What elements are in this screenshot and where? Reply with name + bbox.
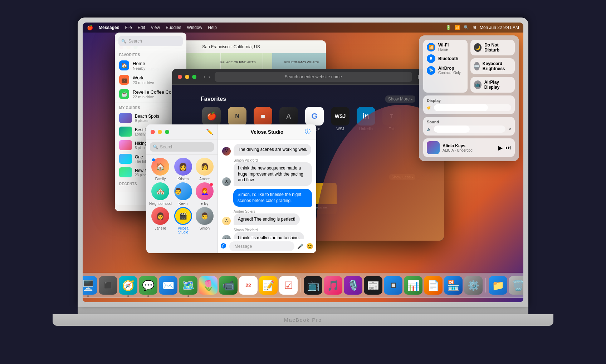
play-button[interactable]: ▶ <box>498 144 503 151</box>
apple-icon[interactable]: 🍎 <box>87 25 93 30</box>
dock-photos[interactable]: 🌷 <box>199 276 218 295</box>
msg-avatar-5: S <box>222 235 231 239</box>
fav-wsj[interactable]: WSJ WSJ <box>329 107 351 135</box>
cc-airdrop-row[interactable]: 📡 AirDrop Contacts Only <box>427 66 464 75</box>
dock-trash[interactable]: 🗑️ <box>509 276 523 295</box>
dock-appstore[interactable]: 🏪 <box>444 276 463 295</box>
music-controls: ▶ ⏭ <box>498 144 511 151</box>
dock-mail[interactable]: ✉️ <box>159 276 177 295</box>
menu-buddies[interactable]: Buddies <box>166 25 181 30</box>
info-button[interactable]: ⓘ <box>305 128 311 136</box>
conv-velosa[interactable]: 🎬 Velosa Studio <box>173 207 193 234</box>
compose-button[interactable]: ✏️ <box>206 128 213 135</box>
conv-kevin-label: Kevin <box>179 202 187 206</box>
dock-podcasts[interactable]: 🎙️ <box>344 276 362 295</box>
show-more-button[interactable]: Show More ▪ <box>385 95 415 103</box>
cc-keyboard-tile[interactable]: ⌨️ Keyboard Brightness <box>470 58 515 74</box>
search-icon[interactable]: 🔍 <box>464 25 469 30</box>
menu-view[interactable]: View <box>151 25 160 30</box>
dock-notes[interactable]: 📝 <box>259 276 278 295</box>
display-slider[interactable] <box>434 104 511 111</box>
control-center: 📶 Wi-Fi Home B Bluetooth 📡 <box>419 35 519 161</box>
messages-sidebar-header: ✏️ <box>146 124 218 139</box>
dock-calendar[interactable]: 22 <box>239 276 258 295</box>
wifi-control-icon: 📶 <box>427 43 435 51</box>
avatar-simon: 👨 <box>196 207 214 225</box>
favorites-header: Favorites Show More ▪ <box>201 95 415 103</box>
message-input[interactable]: iMessage <box>229 241 294 251</box>
conv-family[interactable]: 🏠 Family <box>149 158 172 181</box>
msg-avatar-4: A <box>222 217 231 225</box>
conv-ivy[interactable]: 👩‍🦰 ● Ivy <box>195 182 215 206</box>
next-button[interactable]: ⏭ <box>505 144 511 151</box>
conv-kristen[interactable]: 👩 Kristen <box>173 158 193 181</box>
control-center-icon[interactable]: ⊞ <box>473 25 476 30</box>
keyboard-icon: ⌨️ <box>474 62 480 70</box>
msg-min-btn[interactable] <box>158 130 162 134</box>
back-button[interactable]: ‹ <box>204 74 205 80</box>
dock-launchpad[interactable]: ⬛ <box>99 276 117 295</box>
conv-janelle[interactable]: 👩 Janelle <box>149 207 172 234</box>
sound-slider[interactable] <box>434 126 505 133</box>
dock-files[interactable]: 📁 <box>489 276 507 295</box>
sound-max-icon: ✕ <box>508 127 511 131</box>
airplay-icon: 📺 <box>474 80 482 89</box>
messages-search-box[interactable]: 🔍 Search <box>150 142 214 152</box>
dock-divider <box>300 278 301 292</box>
avatar-family: 🏠 <box>151 158 169 176</box>
dock-finder[interactable]: 🖥️ <box>83 276 97 295</box>
conv-kevin[interactable]: 👨 Kevin <box>173 182 193 206</box>
app-name[interactable]: Messages <box>99 25 119 30</box>
conv-neighborhood[interactable]: 🏘️ Neighborhood <box>149 182 172 206</box>
cc-dnd-tile[interactable]: 🌙 Do Not Disturb <box>470 40 515 55</box>
maps-search-box[interactable]: 🔍 Search <box>118 36 183 46</box>
msg-close-btn[interactable] <box>151 130 155 134</box>
cc-wifi-row[interactable]: 📶 Wi-Fi Home <box>427 43 464 51</box>
msg-avatar-1: V <box>222 147 231 156</box>
dock-reminders[interactable]: ☑ <box>279 276 298 295</box>
dock-numbers[interactable]: 📊 <box>404 276 422 295</box>
msg-bubble-4: Agreed! The ending is perfect! <box>234 213 300 225</box>
safari-minimize-button[interactable] <box>185 75 189 79</box>
menu-edit[interactable]: Edit <box>138 25 145 30</box>
dock-facetime[interactable]: 📹 <box>219 276 238 295</box>
emoji-button-right[interactable]: 😊 <box>306 243 313 250</box>
conv-simon[interactable]: 👨 Simon <box>195 207 215 234</box>
guide-parks-thumb <box>119 127 132 137</box>
msg-full-btn[interactable] <box>165 130 169 134</box>
msg-section-2: Simon Pickford S I think the new sequenc… <box>222 158 312 186</box>
voice-button[interactable]: 🎤 <box>297 244 303 249</box>
maps-search-container: 🔍 Search <box>115 33 186 50</box>
news-icon: 📰 <box>367 280 380 291</box>
msg-section-4: Amber Spiers A Agreed! The ending is per… <box>222 210 312 225</box>
dock-appletv[interactable]: 📺 <box>304 276 322 295</box>
dock-maps[interactable]: 🗺️ <box>179 276 197 295</box>
safari-url-bar[interactable]: Search or enter website name <box>215 72 412 82</box>
dock-pages[interactable]: 📄 <box>424 276 443 295</box>
forward-button[interactable]: › <box>208 74 210 80</box>
clock: Mon Jun 22 9:41 AM <box>480 25 519 30</box>
conv-amber[interactable]: 👩 Amber <box>195 158 215 181</box>
wifi-icon[interactable]: 📶 <box>455 25 460 30</box>
dock-safari[interactable]: 🧭 <box>119 276 137 295</box>
cc-airplay-tile[interactable]: 📺 AirPlay Display <box>470 77 515 93</box>
safari-close-button[interactable] <box>178 75 182 79</box>
trash-icon: 🗑️ <box>512 280 524 291</box>
dock-syspref[interactable]: ⚙️ <box>464 276 483 295</box>
menu-window[interactable]: Window <box>187 25 202 30</box>
dock-music[interactable]: 🎵 <box>324 276 342 295</box>
emoji-button-left[interactable]: 🅐 <box>221 243 226 250</box>
cc-network-section: 📶 Wi-Fi Home B Bluetooth 📡 <box>423 40 515 93</box>
dock-notch[interactable]: 🔲 <box>384 276 402 295</box>
menu-file[interactable]: File <box>125 25 132 30</box>
cc-network-tile: 📶 Wi-Fi Home B Bluetooth 📡 <box>423 40 468 93</box>
messages-input-area: 🅐 iMessage 🎤 😊 <box>218 239 316 253</box>
cc-bluetooth-row[interactable]: B Bluetooth <box>427 54 464 63</box>
safari-nav-buttons: ‹ › <box>204 74 210 80</box>
dock-news[interactable]: 📰 <box>364 276 382 295</box>
safari-fullscreen-button[interactable] <box>192 75 196 79</box>
menu-help[interactable]: Help <box>208 25 217 30</box>
dock-messages[interactable]: 💬 <box>139 276 157 295</box>
conv-neighborhood-label: Neighborhood <box>149 202 172 206</box>
msg-row-4: A Agreed! The ending is perfect! <box>222 213 312 225</box>
